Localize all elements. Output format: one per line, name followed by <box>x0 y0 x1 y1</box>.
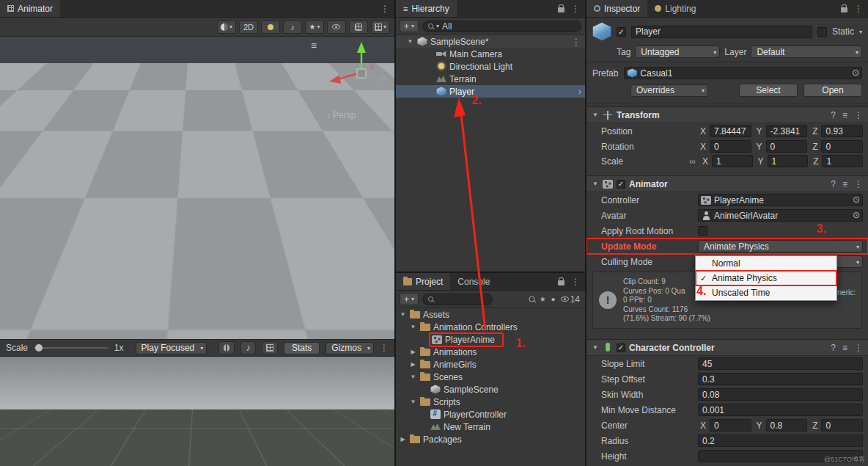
hierarchy-search-input[interactable]: ▾ All <box>422 21 581 32</box>
tab-console[interactable]: Console <box>450 273 497 290</box>
center-z-field[interactable]: 0 <box>821 419 863 432</box>
help-icon[interactable]: ? <box>831 110 836 120</box>
tag-dropdown[interactable]: Untagged <box>635 45 720 58</box>
project-item-playeranime[interactable]: PlayerAnime <box>396 333 585 346</box>
kebab-icon[interactable]: ⋮ <box>854 111 863 120</box>
vsync-grid-button[interactable] <box>262 341 278 354</box>
help-icon[interactable]: ? <box>831 179 836 189</box>
layer-dropdown[interactable]: Default <box>751 45 862 58</box>
object-picker-icon[interactable]: ⊙ <box>853 194 860 205</box>
player-character[interactable] <box>43 172 108 245</box>
search-by-label-icon[interactable]: ★ <box>540 295 546 303</box>
scene-visibility-toggle[interactable] <box>327 21 346 34</box>
render-mode-dropdown[interactable]: ▾ <box>217 21 236 34</box>
avatar-object-field[interactable]: AnimeGirlAvatar ⊙ <box>698 209 863 222</box>
position-z-field[interactable]: 0.93 <box>821 125 863 137</box>
tab-lighting[interactable]: Lighting <box>647 0 703 17</box>
foldout-icon[interactable]: ▼ <box>409 398 417 405</box>
project-item-animation-controllers[interactable]: ▼Animation Controllers <box>396 321 585 333</box>
character-controller-header[interactable]: ▼ ✓ Character Controller ? ≡ ⋮ <box>586 340 868 356</box>
min-move-distance-field[interactable]: 0.001 <box>698 404 863 416</box>
lock-icon[interactable] <box>558 280 564 285</box>
scale-z-field[interactable]: 1 <box>822 155 863 167</box>
update-mode-dropdown[interactable]: Animate Physics <box>698 240 863 252</box>
rotation-z-field[interactable]: 0 <box>821 140 863 153</box>
hierarchy-menu-kebab-icon[interactable]: ⋮ <box>571 4 580 13</box>
lock-icon[interactable] <box>558 7 564 12</box>
static-flags-caret-icon[interactable]: ▾ <box>859 29 862 35</box>
kebab-icon[interactable]: ⋮ <box>854 180 863 189</box>
grid-dropdown[interactable]: ▾ <box>371 21 390 34</box>
scale-x-field[interactable]: 1 <box>712 155 753 167</box>
scale-y-field[interactable]: 1 <box>768 155 809 167</box>
skin-width-field[interactable]: 0.08 <box>698 388 863 401</box>
kebab-icon[interactable]: ⋮ <box>572 37 585 46</box>
help-icon[interactable]: ? <box>831 343 836 353</box>
scale-slider-knob[interactable] <box>35 344 43 352</box>
inspector-menu-kebab-icon[interactable]: ⋮ <box>854 4 863 13</box>
select-button[interactable]: Select <box>739 84 798 97</box>
play-focused-dropdown[interactable]: Play Focused <box>136 342 207 354</box>
debug-bug-button[interactable] <box>218 341 235 354</box>
update-mode-option-unscaled-time[interactable]: Unscaled Time <box>696 285 836 300</box>
hierarchy-item-terrain[interactable]: Terrain <box>396 73 585 85</box>
create-asset-button[interactable]: +▾ <box>400 293 419 305</box>
slope-limit-field[interactable]: 45 <box>698 357 863 370</box>
hierarchy-item-main-camera[interactable]: Main Camera <box>396 48 585 60</box>
x-axis-gizmo-arrow[interactable] <box>101 266 144 276</box>
scene-menu-kebab-icon[interactable]: ⋮ <box>380 4 389 13</box>
rotation-y-field[interactable]: 0 <box>766 140 808 153</box>
search-by-type-icon[interactable] <box>529 296 534 302</box>
foldout-icon[interactable]: ▶ <box>409 349 417 355</box>
presets-icon[interactable]: ≡ <box>842 343 847 353</box>
update-mode-option-normal[interactable]: Normal <box>696 256 836 271</box>
controller-object-field[interactable]: PlayerAnime ⊙ <box>698 194 863 206</box>
stats-button[interactable]: Stats <box>284 342 320 354</box>
presets-icon[interactable]: ≡ <box>842 179 847 189</box>
foldout-icon[interactable]: ▼ <box>592 112 599 118</box>
kebab-icon[interactable]: ⋮ <box>854 343 863 352</box>
prefab-object-field[interactable]: Casual1 ⊙ <box>624 67 862 79</box>
camera-overlay-button[interactable] <box>349 21 368 34</box>
scene-audio-toggle[interactable]: ♪ <box>283 21 302 34</box>
object-picker-icon[interactable]: ⊙ <box>853 210 860 220</box>
hierarchy-item-samplescene[interactable]: ▼SampleScene*⋮ <box>396 35 585 48</box>
project-item-packages[interactable]: ▶Packages <box>396 433 585 445</box>
game-menu-kebab-icon[interactable]: ⋮ <box>380 343 389 352</box>
create-object-button[interactable]: +▾ <box>400 20 419 32</box>
project-item-new-terrain[interactable]: New Terrain <box>396 421 585 433</box>
scene-viewport[interactable]: ≡ x ‹ Persp <box>0 37 394 339</box>
project-item-scenes[interactable]: ▼Scenes <box>396 371 585 383</box>
effects-dropdown[interactable]: ★▾ <box>305 21 324 34</box>
perspective-label[interactable]: ‹ Persp <box>327 110 356 120</box>
foldout-icon[interactable]: ▶ <box>399 436 407 443</box>
tab-inspector[interactable]: Inspector <box>586 0 647 17</box>
overlay-menu-icon[interactable]: ≡ <box>311 40 317 51</box>
foldout-icon[interactable]: ▼ <box>399 311 407 318</box>
hierarchy-item-directional-light[interactable]: Directional Light <box>396 60 585 73</box>
game-viewport[interactable] <box>0 357 394 466</box>
active-checkbox[interactable]: ✓ <box>617 27 626 37</box>
radius-field[interactable]: 0.2 <box>698 434 863 447</box>
tab-hierarchy[interactable]: ≡ Hierarchy <box>396 0 457 17</box>
foldout-icon[interactable]: ▼ <box>592 181 599 187</box>
gameobject-name-field[interactable]: Player <box>631 26 812 38</box>
project-search-input[interactable] <box>422 294 493 305</box>
overrides-dropdown[interactable]: Overrides <box>630 84 708 97</box>
toggle-2d-button[interactable]: 2D <box>239 21 258 34</box>
open-button[interactable]: Open <box>803 84 862 97</box>
project-item-playercontroller[interactable]: PlayerController <box>396 408 585 421</box>
orientation-gizmo[interactable]: x <box>325 40 392 106</box>
project-item-samplescene[interactable]: SampleScene <box>396 383 585 396</box>
static-checkbox[interactable] <box>817 27 827 37</box>
animator-enabled-checkbox[interactable]: ✓ <box>617 180 625 189</box>
update-mode-option-animate-physics[interactable]: ✓Animate Physics <box>696 271 836 285</box>
object-picker-icon[interactable]: ⊙ <box>852 68 859 78</box>
gizmos-dropdown[interactable]: Gizmos <box>326 342 374 354</box>
project-menu-kebab-icon[interactable]: ⋮ <box>571 277 580 286</box>
scene-lighting-toggle[interactable] <box>261 21 280 34</box>
center-x-field[interactable]: 0 <box>710 419 751 432</box>
animator-header[interactable]: ▼ ✓ Animator ? ≡ ⋮ <box>586 176 868 192</box>
apply-root-motion-checkbox[interactable] <box>698 226 707 236</box>
hidden-items-count[interactable]: 14 <box>561 294 580 305</box>
